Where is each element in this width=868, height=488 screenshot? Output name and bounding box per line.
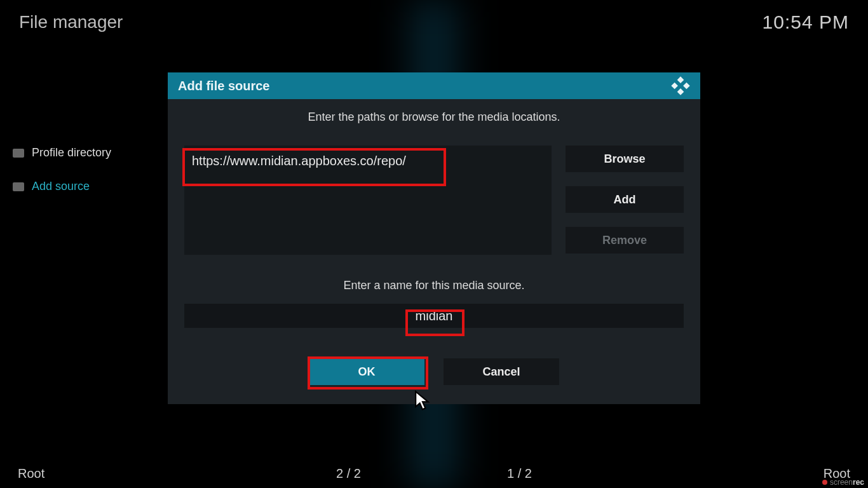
kodi-logo-icon [671,76,690,95]
instruction-paths: Enter the paths or browse for the media … [184,111,684,124]
footer: Root 2 / 2 1 / 2 Root [0,459,868,488]
dialog-body: Enter the paths or browse for the media … [168,99,700,404]
remove-button: Remove [566,227,684,254]
path-list[interactable]: https://www.midian.appboxes.co/repo/ [184,146,552,255]
add-file-source-dialog: Add file source Enter the paths or brows… [168,72,700,404]
svg-rect-3 [677,88,684,95]
svg-rect-0 [677,76,684,83]
sidebar: Profile directory Add source [0,146,153,214]
ok-button[interactable]: OK [309,358,424,385]
dialog-title: Add file source [178,79,269,93]
page-title: File manager [19,12,123,32]
source-name-input[interactable]: midian [184,304,684,328]
header: File manager 10:54 PM [0,0,868,44]
sidebar-item-profile-directory[interactable]: Profile directory [13,146,153,159]
footer-count-right: 1 / 2 [507,466,532,481]
record-dot-icon [822,480,827,485]
add-button[interactable]: Add [566,186,684,213]
dialog-titlebar: Add file source [168,72,700,99]
screenrec-watermark: screenrec [822,478,864,487]
folder-icon [13,149,24,158]
svg-rect-1 [671,83,678,90]
path-input[interactable]: https://www.midian.appboxes.co/repo/ [184,146,552,176]
footer-count-left: 2 / 2 [336,466,361,481]
svg-rect-2 [683,83,690,90]
sidebar-item-add-source[interactable]: Add source [13,180,153,193]
browse-button[interactable]: Browse [566,146,684,172]
sidebar-item-label: Profile directory [32,146,111,159]
sidebar-item-label: Add source [32,180,90,193]
footer-left: Root [18,466,44,481]
cancel-button[interactable]: Cancel [444,358,559,385]
instruction-name: Enter a name for this media source. [184,279,684,292]
folder-icon [13,182,24,191]
clock: 10:54 PM [763,11,849,33]
